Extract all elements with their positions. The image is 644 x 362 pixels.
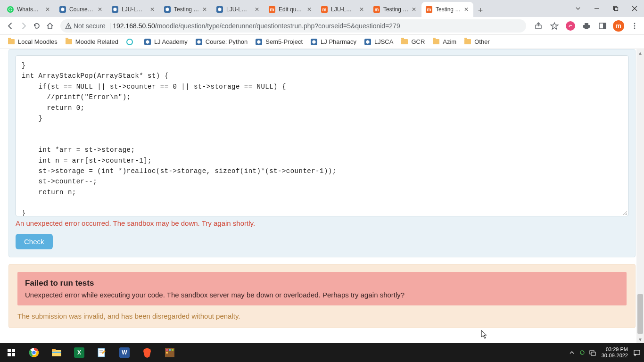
bookmark-favicon-icon: ⬢ [364,38,372,46]
tab-favicon-icon: m [373,6,380,13]
nav-back-button[interactable] [4,19,17,33]
bookmark-item[interactable]: ⬢LJ Pharmacy [306,36,360,48]
svg-point-10 [634,23,636,24]
tab-favicon-icon: m [321,6,328,13]
system-tray: 03:29 PM 30-09-2022 [567,343,644,362]
nav-reload-button[interactable] [30,19,43,33]
tab-title: Testing qu… [436,6,461,13]
browser-tab-strip: WhatsApp✕⬢Course: Se…✕⬢LJU-LMS: …✕⬢Testi… [0,0,644,17]
svg-point-12 [634,27,636,29]
browser-tab[interactable]: ⬢LJU-LMS: …✕ [107,2,159,17]
profile-avatar[interactable]: m [613,20,624,32]
taskbar-chrome-icon[interactable] [23,343,45,362]
side-panel-icon[interactable] [597,20,608,32]
tab-close-button[interactable]: ✕ [358,6,365,13]
new-tab-button[interactable]: + [474,4,487,17]
taskbar-word-icon[interactable]: W [113,343,136,362]
check-button[interactable]: Check [16,234,53,249]
tab-close-button[interactable]: ✕ [97,6,103,13]
taskbar-brave-icon[interactable] [136,343,158,362]
bookmark-star-icon[interactable] [549,20,560,32]
window-maximize-button[interactable] [606,1,625,16]
window-minimize-button[interactable] [587,1,606,16]
taskbar-app-icon[interactable] [158,343,181,362]
svg-rect-17 [12,349,15,352]
browser-tab[interactable]: mLJU-LMS: …✕ [317,2,369,17]
window-close-button[interactable] [625,1,644,16]
svg-rect-34 [166,352,168,354]
extension-pink-icon[interactable] [565,20,576,32]
browser-tab[interactable]: mTesting qu…✕ [369,2,421,17]
taskbar-notepad-icon[interactable] [91,343,113,362]
tab-close-button[interactable]: ✕ [411,6,417,13]
not-secure-indicator[interactable]: Not secure [65,22,106,30]
svg-rect-37 [634,350,640,354]
bookmark-favicon-icon [401,38,408,46]
omnibox[interactable]: Not secure | 192.168.50.50/moodle/questi… [60,19,526,33]
fail-alert: Failed to run tests Unexpected error whi… [17,272,627,305]
vertical-scrollbar[interactable]: ▲ ▼ [636,49,644,343]
svg-rect-25 [52,349,56,351]
tab-close-button[interactable]: ✕ [306,6,313,13]
bookmark-favicon-icon: ⬢ [310,38,318,46]
bookmark-favicon-icon [8,38,15,46]
bookmark-label: Other [474,38,490,45]
tab-close-button[interactable]: ✕ [149,6,156,13]
window-controls [569,0,644,17]
browser-tab[interactable]: ⬢LJU-LMS: …✕ [212,2,264,17]
bookmark-item[interactable]: ⬢LJ Academy [140,36,191,48]
tab-close-button[interactable]: ✕ [44,6,51,13]
tray-sync-icon[interactable] [577,343,587,362]
tab-close-button[interactable]: ✕ [201,6,208,13]
browser-tab[interactable]: mTesting qu…✕ [421,2,473,17]
browser-tab[interactable]: ⬢Course: Se…✕ [55,2,107,17]
disregard-message: The submission was invalid, and has been… [17,312,627,320]
bookmark-favicon-icon [126,38,133,46]
tab-close-button[interactable]: ✕ [463,6,470,13]
bookmark-item[interactable]: ⬢LJSCA [360,36,397,48]
extensions-icon[interactable] [581,20,592,32]
svg-line-15 [626,214,627,215]
bookmark-item[interactable] [122,36,140,48]
taskbar-explorer-icon[interactable] [45,343,68,362]
share-icon[interactable] [533,20,544,32]
scrollbar-up-arrow-icon[interactable]: ▲ [636,49,644,57]
chrome-menu-button[interactable] [629,20,640,32]
resize-handle-icon[interactable] [622,210,627,215]
page-content: } int ArrayStackPop(ArrayStack* st) { if… [0,49,644,343]
tab-favicon-icon [7,6,14,13]
chevron-down-icon[interactable] [569,1,587,16]
scrollbar-down-arrow-icon[interactable]: ▼ [636,336,644,343]
bookmark-label: Azim [443,38,456,45]
taskbar-excel-icon[interactable]: X [68,343,91,362]
bookmark-item[interactable]: Moodle Related [61,36,122,48]
bookmark-label: Sem5-Project [265,38,303,45]
code-editor[interactable]: } int ArrayStackPop(ArrayStack* st) { if… [16,55,628,216]
bookmark-item[interactable]: ⬢Course: Python [191,36,252,48]
browser-tab[interactable]: WhatsApp✕ [3,2,55,17]
tray-notifications-icon[interactable] [632,343,642,362]
bookmark-label: LJSCA [374,38,393,45]
bookmark-item[interactable]: GCR [397,36,429,48]
tab-title: LJU-LMS: … [122,6,147,13]
bookmark-item[interactable]: Other [460,36,494,48]
bookmark-item[interactable]: Azim [429,36,460,48]
browser-tab[interactable]: mEdit questi…✕ [264,2,316,17]
fail-message: Unexpected error while executing your co… [25,291,619,299]
taskbar-clock[interactable]: 03:29 PM 30-09-2022 [598,346,632,359]
svg-point-6 [68,27,69,28]
nav-forward-button[interactable] [17,19,30,33]
bookmark-item[interactable]: Local Moodles [4,36,61,48]
address-bar-row: Not secure | 192.168.50.50/moodle/questi… [0,17,644,35]
start-button[interactable] [0,343,23,362]
browser-tab[interactable]: ⬢Testing qu…✕ [160,2,212,17]
bookmark-favicon-icon [65,38,73,46]
tray-show-hidden-icon[interactable] [567,343,577,362]
windows-taskbar: X W 03:29 PM 30-09-2022 [0,343,644,362]
svg-rect-32 [169,349,171,351]
tab-close-button[interactable]: ✕ [254,6,260,13]
scrollbar-thumb[interactable] [637,294,643,334]
nav-home-button[interactable] [43,19,57,33]
tray-network-icon[interactable] [587,343,598,362]
bookmark-item[interactable]: ⬢Sem5-Project [251,36,306,48]
